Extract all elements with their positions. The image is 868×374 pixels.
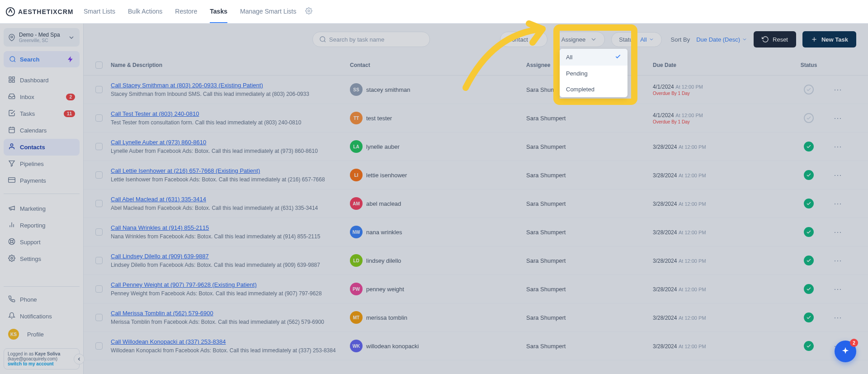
contact-cell[interactable]: AMabel maclead [350, 197, 526, 210]
row-menu-icon[interactable]: ⋯ [834, 256, 843, 265]
gear-icon[interactable] [305, 7, 312, 16]
assignee-cell: Sara Shumpert [526, 115, 653, 122]
topnav-bulk-actions[interactable]: Bulk Actions [128, 0, 162, 23]
status-done-icon[interactable] [804, 341, 814, 351]
status-done-icon[interactable] [804, 170, 814, 180]
contact-cell[interactable]: MTmerissa tomblin [350, 311, 526, 324]
nav-group-3: PhoneNotificationsKSProfile [4, 291, 80, 344]
row-menu-icon[interactable]: ⋯ [834, 313, 843, 322]
topnav-restore[interactable]: Restore [175, 0, 197, 23]
sidebar-item-payments[interactable]: Payments [4, 172, 80, 189]
sidebar-item-settings[interactable]: Settings [4, 251, 80, 267]
status-option-all[interactable]: All [560, 49, 627, 66]
row-menu-icon[interactable]: ⋯ [834, 85, 843, 94]
task-title[interactable]: Call Lindsey Dilello at (909) 639-9887 [111, 253, 350, 260]
row-checkbox[interactable] [95, 143, 103, 150]
topnav-manage-smart-lists[interactable]: Manage Smart Lists [240, 0, 297, 23]
sort-selector[interactable]: Due Date (Desc) [696, 36, 747, 43]
contact-cell[interactable]: SSstacey smithman [350, 83, 526, 96]
contact-cell[interactable]: LDlindsey dilello [350, 254, 526, 267]
status-done-icon[interactable] [804, 284, 814, 294]
sidebar-item-phone[interactable]: Phone [4, 291, 80, 308]
sidebar-item-contacts[interactable]: Contacts [4, 139, 80, 156]
task-title[interactable]: Call Merissa Tomblin at (562) 579-6900 [111, 310, 350, 317]
row-checkbox[interactable] [95, 314, 103, 321]
task-title[interactable]: Call Lettie Isenhower at (216) 657-7668 … [111, 167, 350, 174]
contact-cell[interactable]: TTtest tester [350, 112, 526, 124]
row-checkbox[interactable] [95, 114, 103, 122]
sidebar-item-support[interactable]: Support [4, 234, 80, 251]
task-title[interactable]: Call Lynelle Auber at (973) 860-8610 [111, 139, 350, 146]
contact-cell[interactable]: PWpenney weight [350, 283, 526, 295]
select-all-checkbox[interactable] [95, 62, 103, 69]
sidebar-item-label: Payments [20, 177, 46, 184]
task-title[interactable]: Call Nana Wrinkles at (914) 855-2115 [111, 224, 350, 231]
task-title[interactable]: Call Test Tester at (803) 240-0810 [111, 110, 350, 117]
row-menu-icon[interactable]: ⋯ [834, 227, 843, 237]
topnav-smart-lists[interactable]: Smart Lists [84, 0, 115, 23]
new-task-button[interactable]: New Task [802, 31, 856, 47]
sidebar-item-pipelines[interactable]: Pipelines [4, 156, 80, 172]
contact-cell[interactable]: WKwillodean konopacki [350, 340, 526, 352]
row-menu-icon[interactable]: ⋯ [834, 114, 843, 123]
badge: 11 [64, 110, 75, 117]
contact-filter[interactable]: Contact [500, 32, 547, 47]
due-cell: 3/28/2024 At 12:00 PM [653, 343, 784, 350]
status-option-completed[interactable]: Completed [560, 81, 627, 97]
sidebar-item-marketing[interactable]: Marketing [4, 200, 80, 217]
sidebar: Demo - Med Spa Greenville, SC Search Das… [0, 24, 84, 374]
contact-cell[interactable]: LIlettie isenhower [350, 169, 526, 181]
row-checkbox[interactable] [95, 285, 103, 293]
task-row: Call Willodean Konopacki at (337) 253-83… [84, 332, 868, 360]
status-done-icon[interactable] [804, 142, 814, 151]
task-title[interactable]: Call Stacey Smithman at (803) 206-0933 (… [111, 82, 350, 89]
row-menu-icon[interactable]: ⋯ [834, 142, 843, 151]
contact-cell[interactable]: LAlynelle auber [350, 140, 526, 153]
row-menu-icon[interactable]: ⋯ [834, 284, 843, 294]
due-cell: 3/28/2024 At 12:00 PM [653, 172, 784, 179]
topnav-tasks[interactable]: Tasks [210, 0, 227, 23]
reset-button[interactable]: Reset [754, 31, 796, 47]
switch-account-link[interactable]: switch to my account [8, 361, 54, 366]
sidebar-item-dashboard[interactable]: Dashboard [4, 72, 80, 89]
status-pending-icon[interactable] [804, 85, 814, 95]
search-placeholder: Search by task name [329, 36, 384, 43]
status-done-icon[interactable] [804, 256, 814, 265]
sidebar-search[interactable]: Search [4, 51, 80, 67]
row-checkbox[interactable] [95, 200, 103, 207]
sidebar-item-inbox[interactable]: Inbox2 [4, 89, 80, 105]
task-title[interactable]: Call Willodean Konopacki at (337) 253-83… [111, 338, 350, 345]
status-filter[interactable]: Status All [611, 32, 661, 47]
sidebar-item-label: Contacts [20, 144, 45, 151]
chat-fab[interactable]: 2 [835, 341, 856, 362]
contact-name: lindsey dilello [366, 257, 401, 264]
assignee-filter[interactable]: Assignee [554, 32, 605, 47]
row-checkbox[interactable] [95, 257, 103, 264]
sidebar-item-reporting[interactable]: Reporting [4, 217, 80, 234]
svg-rect-9 [9, 128, 14, 133]
status-option-pending[interactable]: Pending [560, 66, 627, 81]
status-done-icon[interactable] [804, 227, 814, 237]
status-done-icon[interactable] [804, 199, 814, 208]
sidebar-item-notifications[interactable]: Notifications [4, 308, 80, 325]
sort-label: Sort By [671, 36, 690, 43]
task-search[interactable]: Search by task name [312, 32, 430, 47]
sidebar-item-label: Tasks [20, 110, 35, 117]
sidebar-item-label: Marketing [20, 205, 46, 212]
row-menu-icon[interactable]: ⋯ [834, 199, 843, 208]
chevron-left-icon[interactable] [74, 354, 85, 365]
row-checkbox[interactable] [95, 228, 103, 236]
task-title[interactable]: Call Abel Maclead at (631) 335-3414 [111, 196, 350, 203]
contact-cell[interactable]: NWnana wrinkles [350, 226, 526, 238]
status-pending-icon[interactable] [804, 113, 814, 123]
sidebar-item-profile[interactable]: KSProfile [4, 325, 80, 344]
status-done-icon[interactable] [804, 312, 814, 322]
task-title[interactable]: Call Penney Weight at (907) 797-9628 (Ex… [111, 281, 350, 288]
row-checkbox[interactable] [95, 171, 103, 179]
sidebar-item-calendars[interactable]: Calendars [4, 122, 80, 139]
row-checkbox[interactable] [95, 342, 103, 350]
sidebar-item-tasks[interactable]: Tasks11 [4, 105, 80, 122]
location-selector[interactable]: Demo - Med Spa Greenville, SC [4, 28, 80, 47]
row-menu-icon[interactable]: ⋯ [834, 170, 843, 180]
row-checkbox[interactable] [95, 86, 103, 93]
